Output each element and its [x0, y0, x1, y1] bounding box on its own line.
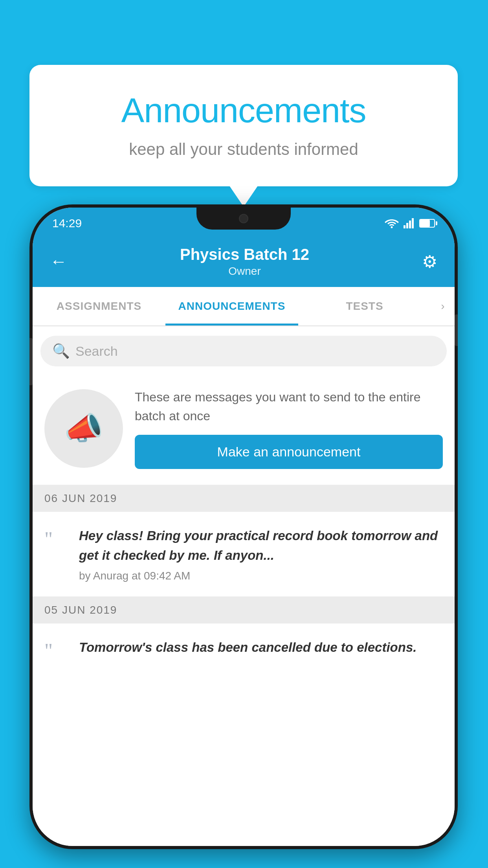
- promo-icon-circle: 📣: [44, 389, 123, 468]
- batch-title: Physics Batch 12: [180, 246, 309, 263]
- header-center: Physics Batch 12 Owner: [180, 246, 309, 278]
- announcement-content-2: Tomorrow's class has been cancelled due …: [79, 638, 443, 662]
- bubble-title: Announcements: [61, 90, 426, 131]
- tab-announcements[interactable]: ANNOUNCEMENTS: [165, 287, 298, 326]
- battery-icon: [419, 219, 435, 228]
- quote-icon-2: ": [44, 641, 68, 661]
- volume-button: [29, 338, 33, 385]
- speech-bubble: Announcements keep all your students inf…: [29, 65, 458, 186]
- owner-label: Owner: [180, 265, 309, 278]
- announcement-text-1: Hey class! Bring your practical record b…: [79, 526, 443, 565]
- settings-button[interactable]: ⚙: [422, 252, 437, 272]
- svg-rect-4: [412, 218, 414, 228]
- status-icons: [385, 218, 435, 228]
- status-time: 14:29: [52, 217, 82, 230]
- app-header: ← Physics Batch 12 Owner ⚙: [33, 236, 455, 287]
- notch: [196, 208, 291, 230]
- search-icon: 🔍: [52, 343, 70, 359]
- promo-right: These are messages you want to send to t…: [135, 388, 443, 469]
- front-camera: [239, 214, 248, 223]
- signal-icon: [404, 218, 415, 228]
- date-separator-1: 06 JUN 2019: [33, 485, 455, 512]
- search-bar[interactable]: 🔍 Search: [40, 336, 447, 366]
- announcement-content-1: Hey class! Bring your practical record b…: [79, 526, 443, 582]
- svg-rect-3: [409, 221, 411, 228]
- search-placeholder: Search: [75, 344, 118, 359]
- announcement-item-2[interactable]: " Tomorrow's class has been cancelled du…: [33, 623, 455, 670]
- quote-icon-1: ": [44, 529, 68, 550]
- svg-point-0: [391, 226, 393, 228]
- promo-description: These are messages you want to send to t…: [135, 388, 443, 425]
- date-separator-2: 05 JUN 2019: [33, 597, 455, 623]
- promo-section: 📣 These are messages you want to send to…: [33, 376, 455, 485]
- content-area: 🔍 Search 📣 These are messages you want t…: [33, 326, 455, 846]
- svg-rect-1: [404, 225, 405, 228]
- announcement-text-2: Tomorrow's class has been cancelled due …: [79, 638, 443, 657]
- wifi-icon: [385, 218, 399, 228]
- svg-rect-2: [406, 223, 408, 228]
- tabs-bar: ASSIGNMENTS ANNOUNCEMENTS TESTS ›: [33, 287, 455, 326]
- tab-tests[interactable]: TESTS: [298, 287, 431, 326]
- phone-screen: 14:29 ←: [33, 208, 455, 846]
- tab-assignments[interactable]: ASSIGNMENTS: [33, 287, 165, 326]
- megaphone-icon: 📣: [64, 410, 103, 447]
- make-announcement-button[interactable]: Make an announcement: [135, 435, 443, 469]
- tab-more[interactable]: ›: [431, 287, 455, 326]
- announcement-meta-1: by Anurag at 09:42 AM: [79, 570, 443, 582]
- back-button[interactable]: ←: [50, 252, 67, 271]
- bubble-subtitle: keep all your students informed: [61, 140, 426, 159]
- power-button: [455, 314, 458, 346]
- announcement-item-1[interactable]: " Hey class! Bring your practical record…: [33, 512, 455, 597]
- phone-frame: 14:29 ←: [29, 204, 458, 849]
